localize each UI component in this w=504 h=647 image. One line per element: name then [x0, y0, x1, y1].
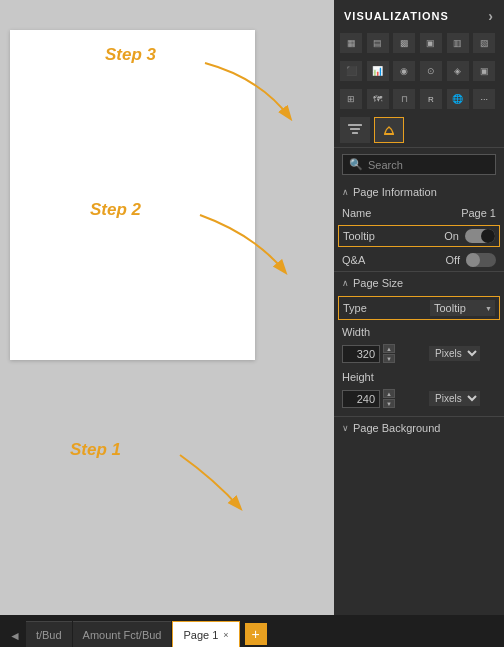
tooltip-row: Tooltip On — [338, 225, 500, 247]
height-input-group: ▲ ▼ Pixels — [342, 389, 480, 408]
page-information-label: Page Information — [353, 186, 437, 198]
viz-icon-14[interactable]: 🗺 — [367, 89, 389, 109]
qa-toggle[interactable] — [466, 253, 496, 267]
tab-2[interactable]: Page 1 × — [172, 621, 239, 647]
qa-label: Q&A — [342, 254, 392, 266]
height-unit-dropdown[interactable]: Pixels — [429, 391, 480, 406]
qa-thumb — [466, 253, 480, 267]
viz-icon-1[interactable]: ▦ — [340, 33, 362, 53]
viz-icon-grid-row1: ▦ ▤ ▩ ▣ ▥ ▧ — [334, 29, 504, 57]
page-background-section-header[interactable]: ∨ Page Background — [334, 417, 504, 439]
name-label: Name — [342, 207, 392, 219]
svg-rect-3 — [384, 133, 394, 135]
width-arrows: ▲ ▼ — [383, 344, 395, 363]
filter-icon — [347, 123, 363, 137]
width-up-arrow[interactable]: ▲ — [383, 344, 395, 353]
viz-icon-13[interactable]: ⊞ — [340, 89, 362, 109]
height-down-arrow[interactable]: ▼ — [383, 399, 395, 408]
viz-icon-10[interactable]: ⊙ — [420, 61, 442, 81]
viz-icon-4[interactable]: ▣ — [420, 33, 442, 53]
viz-icon-15[interactable]: ⊓ — [393, 89, 415, 109]
report-canvas — [10, 30, 255, 360]
search-box: 🔍 — [342, 154, 496, 175]
tooltip-value: On — [444, 230, 459, 242]
viz-icon-9[interactable]: ◉ — [393, 61, 415, 81]
page-information-section-header[interactable]: ∧ Page Information — [334, 181, 504, 203]
tab-nav-left[interactable]: ◄ — [5, 629, 25, 643]
page-background-label: Page Background — [353, 422, 440, 434]
page-size-section-header[interactable]: ∧ Page Size — [334, 272, 504, 294]
qa-value: Off — [446, 254, 460, 266]
qa-toggle-container: Off — [446, 253, 496, 267]
tooltip-toggle[interactable] — [465, 229, 495, 243]
width-input-row: ▲ ▼ Pixels — [334, 342, 504, 367]
type-dropdown[interactable]: Tooltip Letter 4:3 16:9 Custom — [430, 300, 495, 316]
filter-icon-btn[interactable] — [340, 117, 370, 143]
type-dropdown-wrapper: Tooltip Letter 4:3 16:9 Custom — [430, 300, 495, 316]
format-icon-btn[interactable] — [374, 117, 404, 143]
width-input[interactable] — [342, 345, 380, 363]
tab-0-label: t/Bud — [36, 629, 62, 641]
type-label: Type — [343, 302, 393, 314]
tab-0[interactable]: t/Bud — [26, 621, 72, 647]
viz-icon-5[interactable]: ▥ — [447, 33, 469, 53]
width-row: Width — [334, 322, 504, 342]
section-chevron-page-size: ∧ — [342, 278, 349, 288]
section-chevron-page-info: ∧ — [342, 187, 349, 197]
viz-icon-grid-row2: ⬛ 📊 ◉ ⊙ ◈ ▣ — [334, 57, 504, 85]
step1-label: Step 1 — [70, 440, 121, 460]
height-label: Height — [342, 371, 392, 383]
height-input[interactable] — [342, 390, 380, 408]
bottom-tabs-bar: ◄ t/Bud Amount Fct/Bud Page 1 × + — [0, 615, 504, 647]
width-down-arrow[interactable]: ▼ — [383, 354, 395, 363]
viz-icon-17[interactable]: 🌐 — [447, 89, 469, 109]
viz-icon-grid-row3: ⊞ 🗺 ⊓ R 🌐 ··· — [334, 85, 504, 113]
height-row: Height — [334, 367, 504, 387]
width-input-group: ▲ ▼ Pixels — [342, 344, 480, 363]
viz-icon-more[interactable]: ··· — [473, 89, 495, 109]
tab-2-close[interactable]: × — [223, 630, 228, 640]
height-up-arrow[interactable]: ▲ — [383, 389, 395, 398]
viz-icon-7[interactable]: ⬛ — [340, 61, 362, 81]
viz-icon-12[interactable]: ▣ — [473, 61, 495, 81]
search-icon: 🔍 — [349, 158, 363, 171]
viz-icon-8[interactable]: 📊 — [367, 61, 389, 81]
viz-icon-2[interactable]: ▤ — [367, 33, 389, 53]
step1-arrow — [175, 450, 255, 515]
viz-icon-11[interactable]: ◈ — [447, 61, 469, 81]
type-row: Type Tooltip Letter 4:3 16:9 Custom — [338, 296, 500, 320]
panel-chevron[interactable]: › — [488, 8, 494, 24]
viz-icon-3[interactable]: ▩ — [393, 33, 415, 53]
tooltip-thumb — [481, 229, 495, 243]
right-panel: VISUALIZATIONS › ▦ ▤ ▩ ▣ ▥ ▧ ⬛ 📊 ◉ ⊙ ◈ ▣… — [334, 0, 504, 615]
search-container: 🔍 — [334, 148, 504, 181]
page-size-label: Page Size — [353, 277, 403, 289]
format-icon — [381, 123, 397, 137]
name-row: Name Page 1 — [334, 203, 504, 223]
svg-rect-1 — [350, 128, 360, 130]
height-arrows: ▲ ▼ — [383, 389, 395, 408]
svg-rect-2 — [352, 132, 358, 134]
width-label: Width — [342, 326, 392, 338]
viz-icon-16[interactable]: R — [420, 89, 442, 109]
svg-rect-0 — [348, 124, 362, 126]
width-unit-dropdown[interactable]: Pixels — [429, 346, 480, 361]
name-value: Page 1 — [461, 207, 496, 219]
tooltip-toggle-container: On — [444, 229, 495, 243]
canvas-area: Step 3 Step 2 Step 1 — [0, 0, 334, 615]
search-input[interactable] — [368, 159, 489, 171]
tab-1-label: Amount Fct/Bud — [83, 629, 162, 641]
tooltip-label: Tooltip — [343, 230, 393, 242]
viz-icon-6[interactable]: ▧ — [473, 33, 495, 53]
section-chevron-page-bg: ∨ — [342, 423, 349, 433]
add-tab-button[interactable]: + — [245, 623, 267, 645]
panel-title: VISUALIZATIONS — [344, 10, 449, 22]
height-input-row: ▲ ▼ Pixels — [334, 387, 504, 412]
tab-1[interactable]: Amount Fct/Bud — [73, 621, 172, 647]
tab-2-label: Page 1 — [183, 629, 218, 641]
qa-row: Q&A Off — [334, 249, 504, 271]
panel-header: VISUALIZATIONS › — [334, 0, 504, 29]
viz-toolbar-row — [334, 113, 504, 147]
